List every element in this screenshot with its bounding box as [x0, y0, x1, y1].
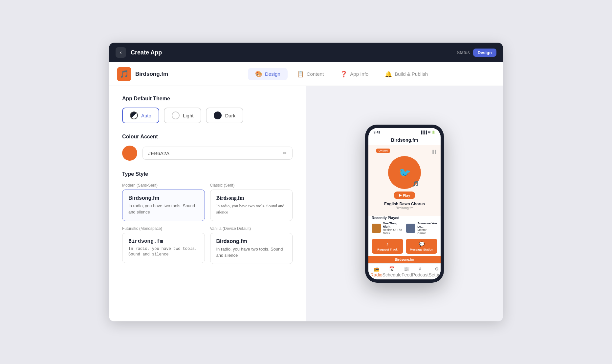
phone-nav-radio-label: Radio [370, 272, 382, 277]
phone-nav-schedule[interactable]: 📅 Schedule [382, 266, 402, 277]
type-modern-body: In radio, you have two tools. Sound and … [128, 203, 199, 215]
app-logo-area: 🎵 Birdsong.fm [117, 67, 168, 81]
phone-app-title: Birdsong.fm [368, 135, 441, 145]
theme-options: Auto Light Dark [122, 108, 293, 123]
type-mono-label: Futuristic (Monospace) [122, 226, 205, 231]
request-track-label: Request Track [377, 248, 398, 251]
rp-thumb-1 [372, 224, 381, 233]
phone-nav-feed-label: Feed [402, 272, 412, 277]
tab-appinfo[interactable]: ❓ App Info [333, 68, 376, 80]
phone-signal-icons: ▐▐▐ ≋ 🔋 [420, 131, 435, 134]
theme-auto-label: Auto [141, 113, 151, 118]
tab-design-label: Design [265, 71, 280, 77]
phone-nav-settings-label: Settings [429, 272, 441, 277]
recently-played-section: Recently Played One Thing Right Rebirth … [368, 216, 441, 237]
app-name-label: Birdsong.fm [135, 71, 168, 77]
type-modern-title: Birdsong.fm [128, 195, 199, 201]
tab-publish-label: Build & Publish [395, 71, 428, 77]
message-station-button[interactable]: 💬 Message Station [406, 239, 437, 254]
phone-nav-schedule-icon: 📅 [389, 266, 395, 272]
phone-nav-podcast-label: Podcast [412, 272, 429, 277]
request-track-button[interactable]: ♪ Request Track [372, 239, 403, 254]
type-modern-label: Modern (Sans-Serif) [122, 183, 205, 188]
player-bar: Birdsong.fm [368, 256, 441, 263]
appinfo-tab-icon: ❓ [340, 71, 347, 78]
light-theme-icon [172, 111, 180, 119]
nav-bar: 🎵 Birdsong.fm 🎨 Design 📋 Content ❓ App I… [109, 62, 503, 86]
type-section: Type Style Modern (Sans-Serif) Birdsong.… [122, 171, 293, 264]
type-style-vanilla-wrapper: Vanilla (Device Default) Birdsong.fm In … [210, 226, 293, 264]
type-style-modern-wrapper: Modern (Sans-Serif) Birdsong.fm In radio… [122, 183, 205, 221]
hero-bird-icon: 🐦 [399, 167, 411, 178]
rp-item-1: One Thing Right Rebirth Of The Block [372, 222, 404, 235]
theme-section-title: App Default Theme [122, 96, 293, 102]
phone-nav-radio[interactable]: 📻 Radio [370, 266, 382, 277]
top-bar: ‹ Create App Status Design [109, 43, 503, 62]
nav-tabs: 🎨 Design 📋 Content ❓ App Info 🔔 Build & … [188, 68, 495, 80]
theme-light-button[interactable]: Light [164, 108, 202, 123]
phone-nav-bottom: 📻 Radio 📅 Schedule 📰 Feed 🎙 [368, 263, 441, 279]
tab-publish[interactable]: 🔔 Build & Publish [378, 68, 435, 80]
theme-light-label: Light [183, 113, 194, 118]
play-icon: ▶ [399, 193, 402, 197]
edit-colour-icon[interactable]: ✏ [283, 150, 287, 156]
dark-theme-icon [214, 111, 222, 119]
theme-section: App Default Theme Auto Light Dark [122, 96, 293, 123]
phone-hero: ON AIR ▐▐ 🐦 🎵 ▶ Play English Dawn Chorus [368, 145, 441, 216]
phone-status-bar: 9:41 ▐▐▐ ≋ 🔋 [368, 128, 441, 135]
theme-auto-button[interactable]: Auto [122, 108, 159, 123]
phone-time: 9:41 [374, 131, 380, 134]
recently-played-title: Recently Played [372, 216, 437, 220]
app-window: ‹ Create App Status Design 🎵 Birdsong.fm… [109, 43, 503, 321]
status-label: Status [457, 50, 470, 55]
colour-swatch[interactable] [122, 146, 137, 161]
type-card-modern[interactable]: Birdsong.fm In radio, you have two tools… [122, 190, 205, 221]
colour-section: Colour Accent #EB6A2A ✏ [122, 134, 293, 161]
type-vanilla-label: Vanilla (Device Default) [210, 226, 293, 231]
main-content: App Default Theme Auto Light Dark [109, 86, 503, 321]
on-air-badge: ON AIR [376, 149, 390, 153]
phone-nav-feed[interactable]: 📰 Feed [402, 266, 412, 277]
phone-screen: 9:41 ▐▐▐ ≋ 🔋 Birdsong.fm ON AIR ▐▐ 🐦 [368, 128, 441, 279]
back-button[interactable]: ‹ [116, 47, 126, 58]
rp-text-2: Someone You Lo... Mentor Carrot... [417, 222, 437, 235]
rp-text-1: One Thing Right Rebirth Of The Block [383, 222, 404, 235]
rp-artist-1: Rebirth Of The Block [383, 228, 402, 235]
rp-artist-2: Mentor Carrot... [417, 228, 428, 235]
design-tab-icon: 🎨 [255, 71, 262, 78]
message-station-icon: 💬 [419, 241, 425, 247]
phone-play-button[interactable]: ▶ Play [394, 192, 416, 199]
tab-content-label: Content [307, 71, 324, 77]
phone-nav-radio-icon: 📻 [374, 266, 379, 272]
type-classic-label: Classic (Serif) [210, 183, 293, 188]
mini-player-icon: ▐▐ [431, 150, 436, 153]
app-logo-icon: 🎵 [117, 67, 131, 81]
content-tab-icon: 📋 [297, 71, 304, 78]
phone-mockup: 9:41 ▐▐▐ ≋ 🔋 Birdsong.fm ON AIR ▐▐ 🐦 [365, 125, 444, 283]
tab-appinfo-label: App Info [350, 71, 368, 77]
phone-nav-feed-icon: 📰 [404, 266, 409, 272]
phone-nav-settings[interactable]: ⚙ Settings [429, 266, 441, 277]
phone-nav-podcast[interactable]: 🎙 Podcast [412, 266, 429, 277]
status-badge: Design [473, 49, 496, 57]
type-classic-body: In radio, you have two tools. Sound and … [216, 203, 287, 215]
play-label: Play [403, 193, 410, 197]
hero-circle: 🐦 🎵 [388, 156, 421, 189]
type-classic-title: Birdsong.fm [216, 195, 287, 201]
type-card-classic[interactable]: Birdsong.fm In radio, you have two tools… [210, 190, 293, 221]
rp-thumb-2 [406, 224, 415, 233]
tab-design[interactable]: 🎨 Design [248, 68, 288, 80]
type-section-title: Type Style [122, 171, 293, 177]
type-vanilla-body: In radio, you have two tools. Sound and … [216, 246, 287, 259]
theme-dark-label: Dark [225, 113, 235, 118]
tab-content[interactable]: 📋 Content [290, 68, 331, 80]
phone-song-title: English Dawn Chorus [384, 202, 425, 206]
rp-item-2: Someone You Lo... Mentor Carrot... [406, 222, 437, 235]
phone-nav-schedule-label: Schedule [382, 272, 402, 277]
type-style-classic-wrapper: Classic (Serif) Birdsong.fm In radio, yo… [210, 183, 293, 221]
type-card-vanilla[interactable]: Birdsong.fm In radio, you have two tools… [210, 233, 293, 264]
theme-dark-button[interactable]: Dark [206, 108, 243, 123]
phone-nav-podcast-icon: 🎙 [418, 266, 423, 272]
colour-section-title: Colour Accent [122, 134, 293, 140]
type-card-mono[interactable]: Birdsong.fm In radio, you have two tools… [122, 233, 205, 263]
